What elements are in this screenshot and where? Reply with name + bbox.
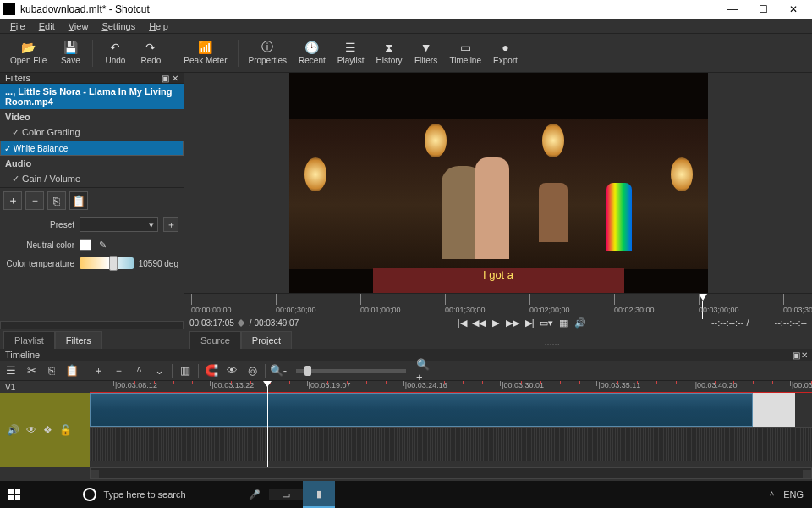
ruler-tick: 00:01;30;00	[445, 294, 486, 314]
drag-handle[interactable]: ······	[292, 339, 812, 349]
overwrite-icon[interactable]: ⌄	[151, 363, 167, 378]
filters-undock-icon[interactable]: ▣ ✕	[162, 74, 178, 83]
taskbar-app-shotcut[interactable]: ▮	[303, 481, 335, 508]
system-tray[interactable]: ＾ ENG	[767, 489, 812, 501]
timecode-spinner[interactable]	[238, 316, 246, 329]
props-button[interactable]: ⓘProperties	[244, 36, 293, 71]
track-mute-icon[interactable]: 🔊	[7, 424, 19, 436]
tab-source[interactable]: Source	[189, 331, 241, 349]
scrub-icon[interactable]: 👁	[224, 363, 239, 378]
play-button[interactable]: ▶	[488, 315, 503, 330]
grid-button[interactable]: ▦	[556, 315, 571, 330]
tray-lang[interactable]: ENG	[783, 489, 804, 500]
mic-icon[interactable]: 🎤	[240, 481, 269, 508]
menu-edit[interactable]: Edit	[32, 19, 62, 33]
filter-item[interactable]: ✓ Color Grading	[0, 124, 184, 141]
ripple-icon[interactable]: ◎	[244, 363, 260, 378]
tab-playlist[interactable]: Playlist	[3, 331, 55, 349]
timeline-tracks[interactable]: |00:03:08:12|00:03:13:22|00:03:19:07|00:…	[90, 381, 812, 467]
peak-button[interactable]: 📶Peak Meter	[178, 36, 232, 71]
task-view-button[interactable]: ▭	[269, 489, 303, 500]
minimize-button[interactable]: —	[717, 0, 748, 19]
recent-button[interactable]: 🕑Recent	[294, 36, 331, 71]
timeline-button[interactable]: ▭Timeline	[445, 36, 486, 71]
lift-icon[interactable]: ＾	[131, 363, 146, 378]
filters-button[interactable]: ▼Filters	[409, 36, 443, 71]
timeline-scrollbar[interactable]	[90, 467, 812, 479]
tab-project[interactable]: Project	[241, 331, 292, 349]
video-preview[interactable]: I got a	[289, 73, 708, 293]
timeline-tick: |00:03:30:01	[502, 381, 544, 389]
track-label[interactable]: V1	[0, 381, 90, 393]
save-button[interactable]: 💾Save	[53, 36, 87, 71]
filter-item[interactable]: ✓ White Balance	[0, 141, 184, 156]
timeline-tick: |00:03:13:22	[211, 381, 254, 389]
rewind-button[interactable]: ◀◀	[471, 315, 486, 330]
menu-view[interactable]: View	[62, 19, 96, 33]
color-temp-value: 10590 deg	[139, 259, 178, 268]
zoom-in-icon[interactable]: 🔍+	[416, 363, 431, 378]
append-icon[interactable]: ＋	[91, 363, 106, 378]
track-lock-icon[interactable]: 🔓	[59, 424, 72, 436]
snap-icon[interactable]: 🧲	[204, 363, 219, 378]
cut-icon[interactable]: ✂	[24, 363, 39, 378]
forward-button[interactable]: ▶▶	[505, 315, 520, 330]
undo-button[interactable]: ↶Undo	[98, 36, 132, 71]
color-picker-icon[interactable]: ✎	[96, 239, 108, 251]
timeline-undock-icon[interactable]: ▣ ✕	[793, 351, 807, 360]
track-hide-icon[interactable]: 👁	[26, 424, 36, 436]
start-button[interactable]	[0, 481, 29, 508]
preview-ruler[interactable]: 00:00;00;0000:00;30;0000:01;00;0000:01;3…	[184, 293, 812, 314]
clip-end-region[interactable]	[753, 393, 795, 427]
preset-select[interactable]: ▾	[80, 217, 158, 232]
menu-settings[interactable]: Settings	[95, 19, 142, 33]
left-scrollbar[interactable]	[0, 321, 184, 329]
color-temp-slider[interactable]	[80, 257, 134, 269]
cortana-icon	[83, 488, 96, 501]
timecode-position[interactable]: 00:03:17:05	[189, 318, 234, 328]
split-icon[interactable]: ▥	[178, 363, 193, 378]
export-button[interactable]: ●Export	[488, 36, 523, 71]
timeline-label: Timeline	[450, 56, 481, 65]
close-button[interactable]: ✕	[778, 0, 809, 19]
skip-next-button[interactable]: ▶|	[522, 315, 537, 330]
export-label: Export	[493, 56, 518, 65]
paste-icon[interactable]: 📋	[64, 363, 80, 378]
zoom-fit-button[interactable]: ▭▾	[539, 315, 554, 330]
clip-name[interactable]: ..., Little Sis Nora - Llama In My Livin…	[0, 84, 184, 109]
remove-icon[interactable]: －	[111, 363, 126, 378]
tray-chevron-icon[interactable]: ＾	[767, 489, 776, 501]
track-composite-icon[interactable]: ❖	[43, 424, 52, 436]
maximize-button[interactable]: ☐	[748, 0, 778, 19]
redo-button[interactable]: ↷Redo	[134, 36, 167, 71]
zoom-slider[interactable]	[296, 369, 406, 373]
remove-filter-button[interactable]: －	[25, 191, 44, 210]
volume-button[interactable]: 🔊	[573, 315, 588, 330]
zoom-out-icon[interactable]: 🔍-	[271, 363, 286, 378]
playlist-button[interactable]: ☰Playlist	[332, 36, 370, 71]
windows-taskbar: Type here to search 🎤 ▭ ▮ ＾ ENG	[0, 481, 812, 508]
skip-prev-button[interactable]: |◀	[454, 315, 469, 330]
copy-icon[interactable]: ⎘	[44, 363, 59, 378]
transport-controls: 00:03:17:05 / 00:03:49:07 |◀ ◀◀ ▶ ▶▶ ▶| …	[184, 314, 812, 331]
add-filter-button[interactable]: ＋	[3, 191, 22, 210]
open-button[interactable]: 📂Open File	[5, 36, 52, 71]
in-point: --:--:--:-- /	[711, 318, 749, 328]
preset-save-button[interactable]: ＋	[163, 217, 178, 232]
video-clip[interactable]	[90, 393, 753, 427]
video-track[interactable]	[90, 393, 812, 427]
timeline-menu-icon[interactable]: ☰	[3, 363, 19, 378]
menu-file[interactable]: File	[3, 19, 32, 33]
menu-help[interactable]: Help	[142, 19, 175, 33]
tab-filters[interactable]: Filters	[55, 331, 102, 349]
neutral-color-swatch[interactable]	[80, 239, 91, 251]
timeline-ruler[interactable]: |00:03:08:12|00:03:13:22|00:03:19:07|00:…	[90, 381, 812, 393]
audio-track[interactable]	[90, 427, 812, 461]
filter-item[interactable]: ✓ Gain / Volume	[0, 171, 184, 187]
copy-filter-button[interactable]: ⎘	[47, 191, 66, 210]
taskbar-search[interactable]: Type here to search	[29, 481, 240, 508]
paste-filter-button[interactable]: 📋	[69, 191, 88, 210]
history-button[interactable]: ⧗History	[370, 36, 407, 71]
window-title: kubadownload.mlt* - Shotcut	[20, 3, 717, 15]
timeline-playhead[interactable]	[267, 381, 268, 467]
